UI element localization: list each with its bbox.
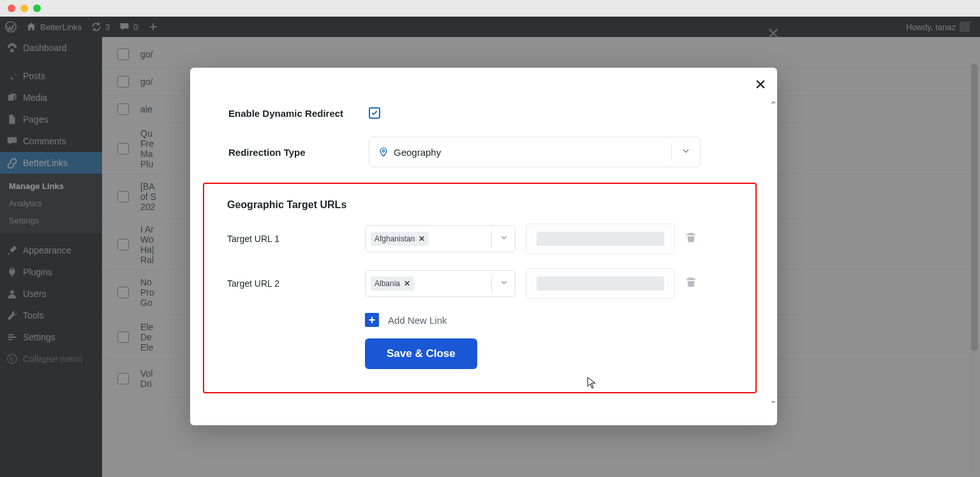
tag-remove-icon[interactable]: ✕ <box>404 279 410 288</box>
tag-remove-icon[interactable]: ✕ <box>419 234 425 243</box>
outer-close-button[interactable] <box>763 23 783 43</box>
target-label: Target URL 1 <box>227 234 355 244</box>
enable-label: Enable Dynamic Redirect <box>228 108 369 119</box>
country-tag-text: Albania <box>375 279 400 288</box>
target-country-select-1[interactable]: Afghanistan ✕ <box>365 225 516 252</box>
svg-point-3 <box>382 150 384 152</box>
target-row-1: Target URL 1 Afghanistan ✕ <box>227 223 732 254</box>
chevron-down-icon <box>681 146 691 158</box>
modal-close-button[interactable] <box>753 77 768 92</box>
target-country-select-2[interactable]: Albania ✕ <box>365 270 516 297</box>
add-new-link-button[interactable]: + Add New Link <box>365 313 732 327</box>
geographic-target-section: Geographic Target URLs Target URL 1 Afgh… <box>203 183 757 393</box>
target-label: Target URL 2 <box>227 278 355 289</box>
redirection-type-value: Geography <box>394 147 441 158</box>
target-url-input-1[interactable] <box>526 223 675 254</box>
target-url-input-2[interactable] <box>526 268 675 299</box>
delete-target-button[interactable] <box>685 232 697 246</box>
enable-row: Enable Dynamic Redirect <box>228 98 744 128</box>
location-pin-icon <box>378 147 389 157</box>
save-close-button[interactable]: Save & Close <box>365 338 477 369</box>
country-tag: Albania ✕ <box>371 276 414 291</box>
chevron-down-icon <box>500 233 509 245</box>
delete-target-button[interactable] <box>685 276 697 291</box>
dynamic-redirect-modal: Enable Dynamic Redirect Redirection Type… <box>190 68 777 425</box>
chevron-down-icon <box>500 278 509 289</box>
country-tag-text: Afghanistan <box>375 234 415 243</box>
outer-modal: Enable Dynamic Redirect Redirection Type… <box>171 17 790 477</box>
add-new-link-label: Add New Link <box>388 315 447 326</box>
enable-checkbox[interactable] <box>369 107 380 119</box>
country-tag: Afghanistan ✕ <box>371 232 429 246</box>
target-row-2: Target URL 2 Albania ✕ <box>227 268 732 299</box>
redirection-type-row: Redirection Type Geography <box>228 128 744 176</box>
plus-icon: + <box>365 313 379 327</box>
modal-scrollbar[interactable] <box>769 98 776 406</box>
traffic-red[interactable] <box>8 4 15 12</box>
redirection-type-label: Redirection Type <box>228 147 369 158</box>
traffic-yellow[interactable] <box>20 4 28 12</box>
traffic-green[interactable] <box>33 4 41 12</box>
app-frame: BetterLinks 3 0 Howdy, tanaz <box>0 17 980 477</box>
redirection-type-select[interactable]: Geography <box>369 137 701 167</box>
modal-body: Enable Dynamic Redirect Redirection Type… <box>190 98 769 415</box>
mouse-cursor <box>587 377 597 390</box>
section-title: Geographic Target URLs <box>227 199 732 211</box>
window-chrome <box>0 0 980 17</box>
